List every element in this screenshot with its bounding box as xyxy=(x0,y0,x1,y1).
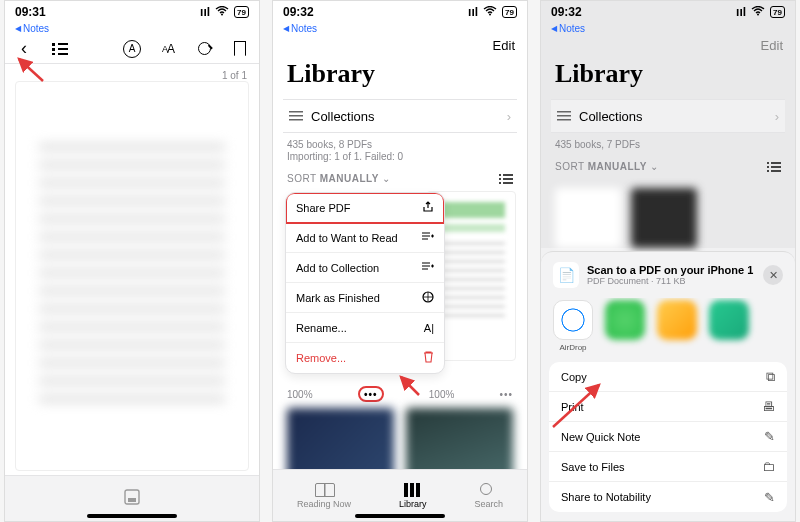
list-view-icon[interactable] xyxy=(767,162,781,172)
svg-rect-2 xyxy=(128,498,136,502)
search-icon xyxy=(480,483,498,497)
trash-icon xyxy=(423,351,434,365)
signal-icon: ııl xyxy=(736,5,746,19)
share-target-app[interactable] xyxy=(605,300,645,352)
sort-button[interactable]: SORT MANUALLY ⌄ xyxy=(287,173,391,184)
menu-share-pdf[interactable]: Share PDF xyxy=(286,193,444,223)
screenshot-share-sheet: 09:32 ııl 79 Notes Edit Library Collecti… xyxy=(540,0,796,522)
folder-icon: 🗀 xyxy=(762,459,775,474)
finished-icon xyxy=(422,291,434,305)
menu-mark-finished[interactable]: Mark as Finished xyxy=(286,283,444,313)
library-icon xyxy=(404,483,422,497)
theme-icon[interactable]: A xyxy=(123,40,141,58)
status-time: 09:31 xyxy=(15,5,46,19)
list-add-icon xyxy=(422,232,434,244)
collections-row[interactable]: Collections › xyxy=(551,99,785,133)
status-time: 09:32 xyxy=(551,5,582,19)
copy-icon: ⧉ xyxy=(766,369,775,385)
home-indicator[interactable] xyxy=(87,514,177,518)
sort-button[interactable]: SORT MANUALLY ⌄ xyxy=(555,161,659,172)
more-dots-button[interactable]: ••• xyxy=(358,386,384,402)
wifi-icon xyxy=(483,5,497,19)
svg-point-7 xyxy=(757,14,759,16)
battery-icon: 79 xyxy=(502,6,517,18)
menu-remove[interactable]: Remove... xyxy=(286,343,444,373)
share-sheet: 📄 Scan to a PDF on your iPhone 1 PDF Doc… xyxy=(541,251,795,521)
rename-icon: A| xyxy=(424,322,434,334)
action-print[interactable]: Print 🖶 xyxy=(549,392,787,422)
text-size-icon[interactable]: AA xyxy=(159,40,177,58)
collections-label: Collections xyxy=(579,109,643,124)
page-content[interactable] xyxy=(15,81,249,471)
bookmark-icon[interactable] xyxy=(231,40,249,58)
status-bar: 09:31 ııl 79 xyxy=(5,1,259,23)
tab-library[interactable]: Library xyxy=(399,483,427,509)
tab-reading-now[interactable]: Reading Now xyxy=(297,483,351,509)
search-icon[interactable] xyxy=(195,40,213,58)
pencil-icon: ✎ xyxy=(764,490,775,505)
status-bar: 09:32 ııl 79 xyxy=(273,1,527,23)
edit-button[interactable]: Edit xyxy=(761,38,783,53)
battery-icon: 79 xyxy=(234,6,249,18)
progress-row: 100% ••• 100% ••• xyxy=(287,386,513,402)
contents-icon[interactable] xyxy=(51,40,69,58)
back-to-app[interactable]: Notes xyxy=(541,23,795,34)
status-time: 09:32 xyxy=(283,5,314,19)
menu-rename[interactable]: Rename... A| xyxy=(286,313,444,343)
share-title: Scan to a PDF on your iPhone 1 xyxy=(587,264,753,276)
close-button[interactable]: ✕ xyxy=(763,265,783,285)
reader-toolbar: ‹ A AA xyxy=(5,34,259,64)
page-title: Library xyxy=(541,53,795,99)
chevron-down-icon: ⌄ xyxy=(650,161,659,172)
back-to-app[interactable]: Notes xyxy=(273,23,527,34)
progress-left: 100% xyxy=(287,389,313,400)
print-icon: 🖶 xyxy=(762,399,775,414)
share-icon xyxy=(422,201,434,215)
blurred-text xyxy=(39,144,225,408)
quick-note-icon: ✎ xyxy=(764,429,775,444)
page-title: Library xyxy=(273,53,527,99)
collections-row[interactable]: Collections › xyxy=(283,99,517,133)
share-actions: Copy ⧉ Print 🖶 New Quick Note ✎ Save to … xyxy=(549,362,787,512)
action-share-notability[interactable]: Share to Notability ✎ xyxy=(549,482,787,512)
list-view-icon[interactable] xyxy=(499,174,513,184)
signal-icon: ııl xyxy=(468,5,478,19)
airdrop-icon xyxy=(553,300,593,340)
library-count: 435 books, 8 PDFs xyxy=(273,133,527,151)
share-target-app[interactable] xyxy=(709,300,749,352)
edit-button[interactable]: Edit xyxy=(493,38,515,53)
screenshot-library-menu: 09:32 ııl 79 Notes Edit Library Collecti… xyxy=(272,0,528,522)
battery-icon: 79 xyxy=(770,6,785,18)
screenshot-reader: 09:31 ııl 79 Notes ‹ A AA 1 of 1 xyxy=(4,0,260,522)
collections-icon xyxy=(289,111,303,121)
context-menu: Share PDF Add to Want to Read Add to Col… xyxy=(285,192,445,374)
reading-now-icon xyxy=(315,483,333,497)
more-icon[interactable]: ••• xyxy=(499,389,513,400)
svg-point-0 xyxy=(221,14,223,16)
progress-right: 100% xyxy=(429,389,455,400)
action-save-to-files[interactable]: Save to Files 🗀 xyxy=(549,452,787,482)
action-new-quick-note[interactable]: New Quick Note ✎ xyxy=(549,422,787,452)
svg-point-4 xyxy=(489,14,491,16)
back-chevron-icon[interactable]: ‹ xyxy=(15,40,33,58)
action-copy[interactable]: Copy ⧉ xyxy=(549,362,787,392)
menu-want-to-read[interactable]: Add to Want to Read xyxy=(286,223,444,253)
tab-search[interactable]: Search xyxy=(474,483,503,509)
share-target-airdrop[interactable]: AirDrop xyxy=(553,300,593,352)
chevron-right-icon: › xyxy=(775,109,779,124)
thumbnail-icon[interactable] xyxy=(124,489,140,509)
menu-add-collection[interactable]: Add to Collection xyxy=(286,253,444,283)
back-to-app[interactable]: Notes xyxy=(5,23,259,34)
collection-add-icon xyxy=(422,262,434,274)
home-indicator[interactable] xyxy=(355,514,445,518)
book-cover[interactable] xyxy=(631,188,697,248)
chevron-right-icon: › xyxy=(507,109,511,124)
document-thumbnail[interactable] xyxy=(555,188,621,248)
status-bar: 09:32 ııl 79 xyxy=(541,1,795,23)
share-target-app[interactable] xyxy=(657,300,697,352)
chevron-down-icon: ⌄ xyxy=(382,173,391,184)
signal-icon: ııl xyxy=(200,5,210,19)
collections-label: Collections xyxy=(311,109,375,124)
share-subtitle: PDF Document · 711 KB xyxy=(587,276,753,286)
wifi-icon xyxy=(215,5,229,19)
